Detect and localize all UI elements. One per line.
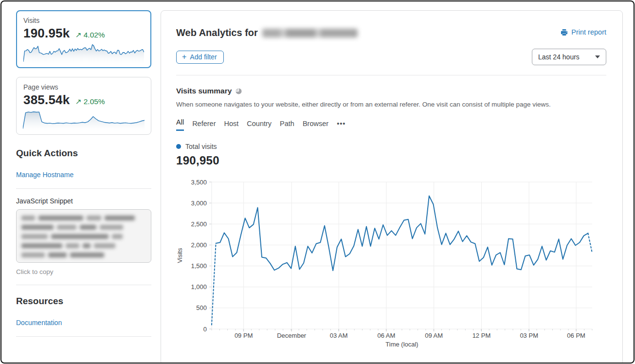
metric-delta: ↗ 4.02% bbox=[75, 31, 105, 39]
legend-label: Total visits bbox=[185, 143, 217, 150]
resources-title: Resources bbox=[16, 296, 151, 307]
svg-text:3,000: 3,000 bbox=[191, 200, 207, 207]
svg-text:Visits: Visits bbox=[176, 248, 183, 263]
visits-summary-section: Visits summary When someone navigates to… bbox=[176, 75, 606, 349]
svg-text:2,000: 2,000 bbox=[191, 241, 207, 249]
trend-up-icon: ↗ bbox=[75, 97, 81, 106]
javascript-snippet-box[interactable] bbox=[16, 209, 151, 263]
divider bbox=[16, 188, 151, 189]
tab-referer[interactable]: Referer bbox=[192, 120, 216, 131]
total-visits-value: 190,950 bbox=[176, 154, 606, 167]
metric-card-visits[interactable]: Visits 190.95k ↗ 4.02% bbox=[16, 10, 151, 68]
time-range-dropdown[interactable]: Last 24 hours bbox=[532, 49, 606, 65]
svg-text:3,500: 3,500 bbox=[191, 179, 207, 186]
divider bbox=[16, 285, 151, 285]
svg-text:2,500: 2,500 bbox=[191, 220, 207, 228]
metric-value: 385.54k bbox=[23, 92, 70, 108]
plus-icon: + bbox=[182, 53, 186, 61]
metric-label: Visits bbox=[23, 17, 144, 24]
quick-actions-title: Quick Actions bbox=[16, 148, 151, 159]
chart-legend: Total visits bbox=[176, 143, 606, 150]
time-range-value: Last 24 hours bbox=[538, 53, 580, 61]
metric-label: Page views bbox=[23, 83, 144, 91]
printer-icon bbox=[561, 29, 568, 36]
svg-text:Time (local): Time (local) bbox=[385, 341, 418, 348]
visits-line-chart[interactable]: 05001,0001,5002,0002,5003,0003,50009 PMD… bbox=[176, 174, 606, 349]
divider bbox=[16, 336, 151, 337]
page-title: Web Analytics for bbox=[176, 27, 258, 38]
svg-text:500: 500 bbox=[196, 304, 207, 311]
svg-text:1,500: 1,500 bbox=[191, 262, 207, 270]
svg-text:06 AM: 06 AM bbox=[378, 332, 396, 339]
visits-summary-description: When someone navigates to your website, … bbox=[176, 101, 606, 108]
svg-text:December: December bbox=[277, 332, 307, 339]
svg-text:03 PM: 03 PM bbox=[520, 332, 538, 339]
metric-value: 190.95k bbox=[23, 26, 70, 41]
tab-host[interactable]: Host bbox=[224, 120, 238, 131]
tab-more[interactable]: ••• bbox=[337, 120, 345, 131]
tab-path[interactable]: Path bbox=[280, 120, 294, 131]
manage-hostname-link[interactable]: Manage Hostname bbox=[16, 171, 73, 179]
main-panel: Web Analytics for Print report + Add fil… bbox=[161, 10, 623, 364]
svg-text:09 PM: 09 PM bbox=[235, 332, 253, 339]
documentation-link[interactable]: Documentation bbox=[16, 319, 62, 327]
svg-text:03 AM: 03 AM bbox=[330, 332, 348, 339]
redacted-snippet-blur bbox=[21, 216, 146, 257]
app-window: Visits 190.95k ↗ 4.02% Page views 385.54… bbox=[0, 0, 635, 364]
svg-text:0: 0 bbox=[203, 326, 207, 333]
pie-chart-help-icon[interactable] bbox=[236, 88, 242, 94]
dimension-tabs: AllRefererHostCountryPathBrowser••• bbox=[176, 118, 606, 131]
sidebar: Visits 190.95k ↗ 4.02% Page views 385.54… bbox=[1, 1, 161, 363]
tab-country[interactable]: Country bbox=[247, 120, 272, 131]
report-header: Web Analytics for Print report + Add fil… bbox=[176, 11, 606, 75]
svg-text:09 AM: 09 AM bbox=[425, 332, 443, 339]
tab-all[interactable]: All bbox=[176, 118, 184, 131]
svg-text:12 PM: 12 PM bbox=[472, 332, 491, 339]
svg-text:06 PM: 06 PM bbox=[567, 332, 585, 339]
visits-sparkline bbox=[23, 42, 144, 64]
add-filter-button[interactable]: + Add filter bbox=[176, 51, 224, 64]
chevron-down-icon bbox=[595, 55, 600, 58]
page-views-sparkline bbox=[23, 109, 145, 131]
svg-text:1,000: 1,000 bbox=[191, 283, 207, 291]
click-to-copy-hint: Click to copy bbox=[16, 268, 151, 275]
metric-card-page-views[interactable]: Page views 385.54k ↗ 2.05% bbox=[16, 77, 151, 135]
print-report-button[interactable]: Print report bbox=[561, 28, 606, 36]
visits-summary-title: Visits summary bbox=[176, 87, 232, 95]
javascript-snippet-label: JavaScript Snippet bbox=[16, 197, 151, 205]
legend-dot-icon bbox=[176, 144, 181, 149]
trend-up-icon: ↗ bbox=[75, 31, 81, 39]
redacted-domain-blur bbox=[262, 29, 358, 37]
tab-browser[interactable]: Browser bbox=[303, 120, 328, 131]
metric-delta: ↗ 2.05% bbox=[75, 97, 105, 106]
